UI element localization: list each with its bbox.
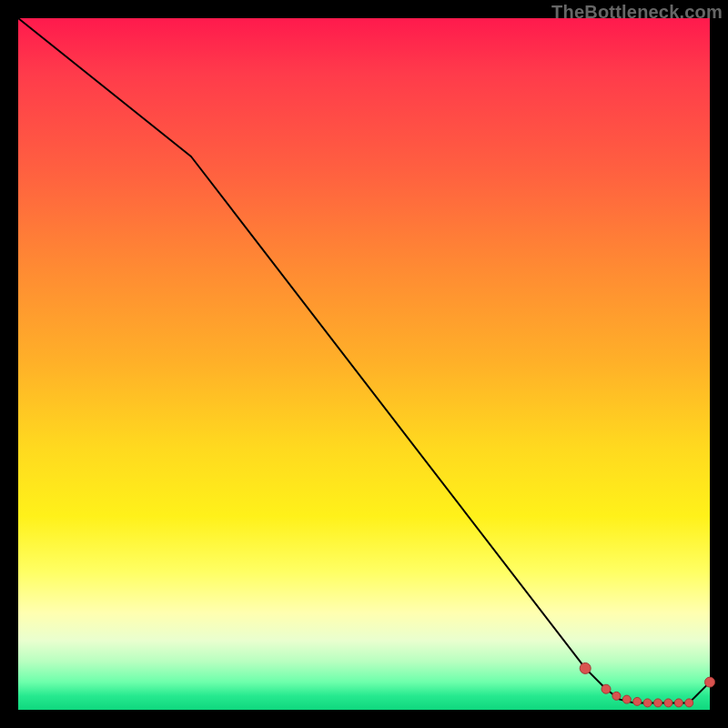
data-point [654,699,662,707]
data-markers [580,662,714,707]
chart-overlay [18,18,710,710]
data-point [580,662,591,673]
data-point [685,699,693,707]
data-point [633,697,642,705]
plot-area [18,18,710,710]
data-point [602,684,611,693]
data-point [643,699,652,707]
chart-container [18,18,710,710]
data-point [664,699,672,707]
watermark-text: TheBottleneck.com [551,2,723,23]
data-point [622,695,631,703]
data-point [674,699,682,707]
data-point [705,677,715,687]
data-point [612,692,621,700]
curve-line [18,18,710,703]
